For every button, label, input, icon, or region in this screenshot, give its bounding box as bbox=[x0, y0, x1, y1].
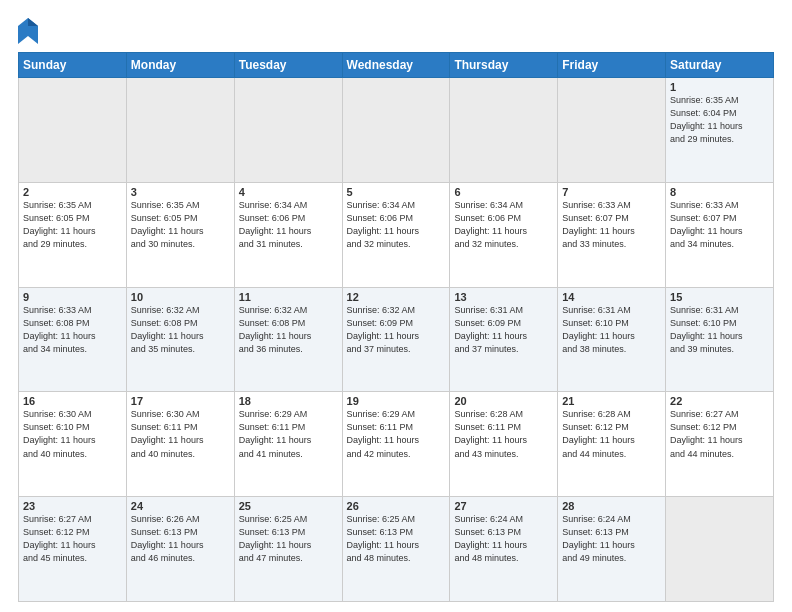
page: SundayMondayTuesdayWednesdayThursdayFrid… bbox=[0, 0, 792, 612]
day-number: 7 bbox=[562, 186, 661, 198]
day-number: 11 bbox=[239, 291, 338, 303]
calendar-cell: 19Sunrise: 6:29 AM Sunset: 6:11 PM Dayli… bbox=[342, 392, 450, 497]
day-info: Sunrise: 6:30 AM Sunset: 6:10 PM Dayligh… bbox=[23, 408, 122, 460]
calendar-cell: 27Sunrise: 6:24 AM Sunset: 6:13 PM Dayli… bbox=[450, 497, 558, 602]
calendar-cell: 23Sunrise: 6:27 AM Sunset: 6:12 PM Dayli… bbox=[19, 497, 127, 602]
calendar-cell bbox=[234, 78, 342, 183]
day-info: Sunrise: 6:27 AM Sunset: 6:12 PM Dayligh… bbox=[670, 408, 769, 460]
day-info: Sunrise: 6:32 AM Sunset: 6:08 PM Dayligh… bbox=[239, 304, 338, 356]
calendar-cell: 11Sunrise: 6:32 AM Sunset: 6:08 PM Dayli… bbox=[234, 287, 342, 392]
day-info: Sunrise: 6:31 AM Sunset: 6:10 PM Dayligh… bbox=[562, 304, 661, 356]
calendar-cell: 3Sunrise: 6:35 AM Sunset: 6:05 PM Daylig… bbox=[126, 182, 234, 287]
calendar-cell: 22Sunrise: 6:27 AM Sunset: 6:12 PM Dayli… bbox=[666, 392, 774, 497]
calendar-cell bbox=[19, 78, 127, 183]
day-number: 8 bbox=[670, 186, 769, 198]
day-number: 14 bbox=[562, 291, 661, 303]
day-number: 9 bbox=[23, 291, 122, 303]
day-number: 10 bbox=[131, 291, 230, 303]
weekday-header-row: SundayMondayTuesdayWednesdayThursdayFrid… bbox=[19, 53, 774, 78]
calendar-cell: 26Sunrise: 6:25 AM Sunset: 6:13 PM Dayli… bbox=[342, 497, 450, 602]
calendar-cell: 21Sunrise: 6:28 AM Sunset: 6:12 PM Dayli… bbox=[558, 392, 666, 497]
day-number: 24 bbox=[131, 500, 230, 512]
day-number: 6 bbox=[454, 186, 553, 198]
day-number: 22 bbox=[670, 395, 769, 407]
day-info: Sunrise: 6:26 AM Sunset: 6:13 PM Dayligh… bbox=[131, 513, 230, 565]
calendar-cell: 2Sunrise: 6:35 AM Sunset: 6:05 PM Daylig… bbox=[19, 182, 127, 287]
calendar-cell: 17Sunrise: 6:30 AM Sunset: 6:11 PM Dayli… bbox=[126, 392, 234, 497]
day-info: Sunrise: 6:25 AM Sunset: 6:13 PM Dayligh… bbox=[347, 513, 446, 565]
calendar-cell bbox=[126, 78, 234, 183]
calendar-cell bbox=[666, 497, 774, 602]
calendar-cell: 5Sunrise: 6:34 AM Sunset: 6:06 PM Daylig… bbox=[342, 182, 450, 287]
weekday-tuesday: Tuesday bbox=[234, 53, 342, 78]
logo-icon bbox=[18, 18, 38, 44]
day-number: 25 bbox=[239, 500, 338, 512]
day-info: Sunrise: 6:24 AM Sunset: 6:13 PM Dayligh… bbox=[562, 513, 661, 565]
day-info: Sunrise: 6:32 AM Sunset: 6:08 PM Dayligh… bbox=[131, 304, 230, 356]
calendar-cell: 9Sunrise: 6:33 AM Sunset: 6:08 PM Daylig… bbox=[19, 287, 127, 392]
day-info: Sunrise: 6:33 AM Sunset: 6:07 PM Dayligh… bbox=[670, 199, 769, 251]
day-info: Sunrise: 6:29 AM Sunset: 6:11 PM Dayligh… bbox=[347, 408, 446, 460]
logo bbox=[18, 18, 38, 44]
day-info: Sunrise: 6:27 AM Sunset: 6:12 PM Dayligh… bbox=[23, 513, 122, 565]
calendar-cell bbox=[450, 78, 558, 183]
calendar-cell: 16Sunrise: 6:30 AM Sunset: 6:10 PM Dayli… bbox=[19, 392, 127, 497]
week-row-1: 1Sunrise: 6:35 AM Sunset: 6:04 PM Daylig… bbox=[19, 78, 774, 183]
day-info: Sunrise: 6:31 AM Sunset: 6:10 PM Dayligh… bbox=[670, 304, 769, 356]
calendar-cell: 12Sunrise: 6:32 AM Sunset: 6:09 PM Dayli… bbox=[342, 287, 450, 392]
svg-marker-1 bbox=[28, 18, 38, 26]
week-row-5: 23Sunrise: 6:27 AM Sunset: 6:12 PM Dayli… bbox=[19, 497, 774, 602]
day-number: 3 bbox=[131, 186, 230, 198]
calendar-cell: 28Sunrise: 6:24 AM Sunset: 6:13 PM Dayli… bbox=[558, 497, 666, 602]
day-number: 17 bbox=[131, 395, 230, 407]
day-info: Sunrise: 6:24 AM Sunset: 6:13 PM Dayligh… bbox=[454, 513, 553, 565]
day-number: 21 bbox=[562, 395, 661, 407]
weekday-thursday: Thursday bbox=[450, 53, 558, 78]
day-number: 16 bbox=[23, 395, 122, 407]
day-info: Sunrise: 6:35 AM Sunset: 6:05 PM Dayligh… bbox=[131, 199, 230, 251]
week-row-4: 16Sunrise: 6:30 AM Sunset: 6:10 PM Dayli… bbox=[19, 392, 774, 497]
day-number: 15 bbox=[670, 291, 769, 303]
day-number: 5 bbox=[347, 186, 446, 198]
day-info: Sunrise: 6:30 AM Sunset: 6:11 PM Dayligh… bbox=[131, 408, 230, 460]
calendar-cell: 18Sunrise: 6:29 AM Sunset: 6:11 PM Dayli… bbox=[234, 392, 342, 497]
day-number: 26 bbox=[347, 500, 446, 512]
day-info: Sunrise: 6:35 AM Sunset: 6:04 PM Dayligh… bbox=[670, 94, 769, 146]
calendar-cell: 24Sunrise: 6:26 AM Sunset: 6:13 PM Dayli… bbox=[126, 497, 234, 602]
weekday-sunday: Sunday bbox=[19, 53, 127, 78]
day-number: 28 bbox=[562, 500, 661, 512]
calendar-cell: 8Sunrise: 6:33 AM Sunset: 6:07 PM Daylig… bbox=[666, 182, 774, 287]
calendar-cell bbox=[342, 78, 450, 183]
day-info: Sunrise: 6:35 AM Sunset: 6:05 PM Dayligh… bbox=[23, 199, 122, 251]
weekday-monday: Monday bbox=[126, 53, 234, 78]
calendar-cell: 20Sunrise: 6:28 AM Sunset: 6:11 PM Dayli… bbox=[450, 392, 558, 497]
week-row-3: 9Sunrise: 6:33 AM Sunset: 6:08 PM Daylig… bbox=[19, 287, 774, 392]
day-number: 27 bbox=[454, 500, 553, 512]
weekday-wednesday: Wednesday bbox=[342, 53, 450, 78]
calendar-cell bbox=[558, 78, 666, 183]
header bbox=[18, 18, 774, 44]
calendar-cell: 1Sunrise: 6:35 AM Sunset: 6:04 PM Daylig… bbox=[666, 78, 774, 183]
calendar-table: SundayMondayTuesdayWednesdayThursdayFrid… bbox=[18, 52, 774, 602]
calendar-cell: 15Sunrise: 6:31 AM Sunset: 6:10 PM Dayli… bbox=[666, 287, 774, 392]
day-number: 4 bbox=[239, 186, 338, 198]
day-number: 20 bbox=[454, 395, 553, 407]
calendar-cell: 14Sunrise: 6:31 AM Sunset: 6:10 PM Dayli… bbox=[558, 287, 666, 392]
day-info: Sunrise: 6:33 AM Sunset: 6:08 PM Dayligh… bbox=[23, 304, 122, 356]
week-row-2: 2Sunrise: 6:35 AM Sunset: 6:05 PM Daylig… bbox=[19, 182, 774, 287]
calendar-cell: 25Sunrise: 6:25 AM Sunset: 6:13 PM Dayli… bbox=[234, 497, 342, 602]
day-info: Sunrise: 6:34 AM Sunset: 6:06 PM Dayligh… bbox=[454, 199, 553, 251]
weekday-friday: Friday bbox=[558, 53, 666, 78]
day-info: Sunrise: 6:34 AM Sunset: 6:06 PM Dayligh… bbox=[239, 199, 338, 251]
calendar-cell: 10Sunrise: 6:32 AM Sunset: 6:08 PM Dayli… bbox=[126, 287, 234, 392]
calendar-cell: 13Sunrise: 6:31 AM Sunset: 6:09 PM Dayli… bbox=[450, 287, 558, 392]
day-info: Sunrise: 6:29 AM Sunset: 6:11 PM Dayligh… bbox=[239, 408, 338, 460]
day-number: 1 bbox=[670, 81, 769, 93]
day-info: Sunrise: 6:32 AM Sunset: 6:09 PM Dayligh… bbox=[347, 304, 446, 356]
weekday-saturday: Saturday bbox=[666, 53, 774, 78]
day-info: Sunrise: 6:34 AM Sunset: 6:06 PM Dayligh… bbox=[347, 199, 446, 251]
day-info: Sunrise: 6:25 AM Sunset: 6:13 PM Dayligh… bbox=[239, 513, 338, 565]
day-number: 23 bbox=[23, 500, 122, 512]
day-number: 18 bbox=[239, 395, 338, 407]
day-number: 12 bbox=[347, 291, 446, 303]
